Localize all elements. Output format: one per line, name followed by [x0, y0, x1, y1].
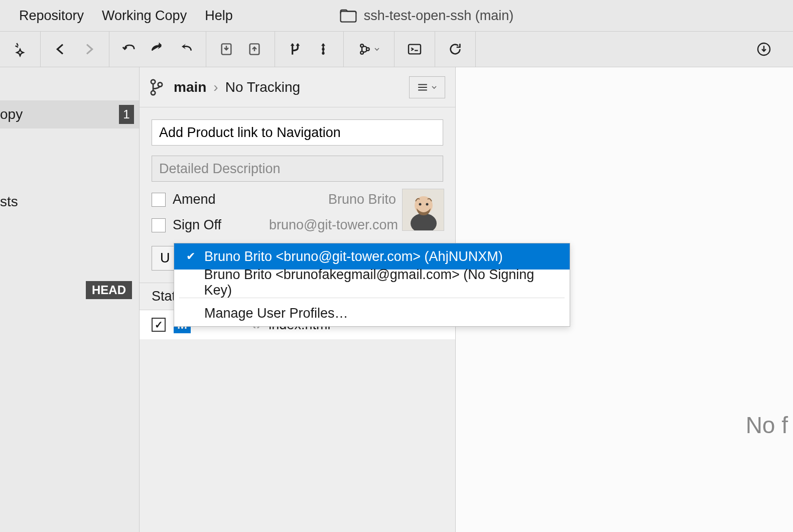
svg-point-4	[322, 52, 324, 54]
sidebar-item-working-copy[interactable]: opy 1	[0, 100, 139, 128]
stash-save-button[interactable]	[212, 35, 240, 63]
profile-option-label: Bruno Brito <brunofakegmail@gmail.com> (…	[204, 267, 558, 298]
working-copy-badge: 1	[119, 105, 134, 124]
chevron-down-icon	[431, 84, 437, 90]
svg-rect-8	[409, 45, 421, 54]
empty-diff-label: No f	[746, 412, 793, 439]
manage-profiles-label: Manage User Profiles…	[204, 306, 348, 321]
svg-point-17	[426, 203, 429, 206]
list-icon	[417, 83, 428, 92]
folder-icon	[340, 9, 357, 23]
svg-point-7	[366, 48, 369, 51]
sidebar-item-label: opy	[0, 106, 23, 122]
svg-point-6	[360, 51, 363, 54]
svg-point-11	[151, 90, 155, 94]
sidebar: opy 1 sts HEAD	[0, 67, 140, 532]
author-name: Bruno Brito	[328, 192, 396, 207]
svg-point-5	[360, 44, 363, 47]
merge-button[interactable]	[281, 35, 309, 63]
rebase-button[interactable]	[309, 35, 337, 63]
commit-subject-input[interactable]	[152, 119, 443, 146]
stash-apply-button[interactable]	[240, 35, 269, 63]
svg-rect-0	[340, 12, 356, 22]
push-button[interactable]	[172, 35, 200, 63]
refresh-button[interactable]	[441, 35, 469, 63]
profile-option-1[interactable]: ✔ Bruno Brito <bruno@git-tower.com> (Ahj…	[174, 243, 570, 270]
window-title-wrap: ssh-test-open-ssh (main)	[340, 8, 514, 24]
svg-point-16	[419, 203, 422, 206]
check-icon: ✔	[186, 250, 197, 263]
manage-profiles-option[interactable]: Manage User Profiles…	[174, 300, 570, 326]
menu-repository[interactable]: Repository	[10, 8, 93, 24]
branch-icon	[150, 78, 164, 96]
avatar[interactable]	[402, 189, 444, 231]
author-email: bruno@git-tower.com	[269, 217, 398, 233]
toolbar	[0, 31, 793, 67]
status-label: Stat	[152, 289, 176, 304]
svg-point-10	[151, 79, 155, 83]
signoff-row: Sign Off bruno@git-tower.com	[152, 217, 443, 233]
download-button[interactable]	[750, 35, 778, 63]
nav-back-button[interactable]	[47, 35, 75, 63]
sidebar-item-label: sts	[0, 194, 18, 210]
nav-forward-button[interactable]	[75, 35, 103, 63]
signoff-label: Sign Off	[173, 217, 221, 233]
menu-working-copy[interactable]: Working Copy	[93, 8, 196, 24]
commit-description-input[interactable]	[152, 156, 443, 182]
pull-button[interactable]	[144, 35, 172, 63]
menu-help[interactable]: Help	[196, 8, 242, 24]
chevron-right-icon: ›	[213, 79, 218, 95]
user-profile-dropdown: ✔ Bruno Brito <bruno@git-tower.com> (Ahj…	[174, 243, 570, 327]
svg-point-3	[322, 48, 324, 50]
gitflow-button[interactable]	[350, 35, 388, 63]
profile-option-2[interactable]: Bruno Brito <brunofakegmail@gmail.com> (…	[174, 270, 570, 296]
menubar: Repository Working Copy Help ssh-test-op…	[0, 0, 793, 31]
head-badge: HEAD	[86, 281, 132, 299]
window-title: ssh-test-open-ssh (main)	[364, 8, 514, 24]
profile-option-label: Bruno Brito <bruno@git-tower.com> (AhjNU…	[204, 249, 503, 264]
amend-row: Amend Bruno Brito	[152, 192, 443, 207]
sidebar-item-sts[interactable]: sts	[0, 188, 139, 216]
quick-actions-button[interactable]	[6, 35, 34, 63]
file-stage-checkbox[interactable]: ✓	[152, 318, 166, 332]
fetch-button[interactable]	[115, 35, 144, 63]
branch-name[interactable]: main	[174, 79, 206, 95]
amend-label: Amend	[173, 192, 216, 207]
view-mode-toggle[interactable]	[409, 76, 445, 98]
branch-tracking[interactable]: No Tracking	[225, 79, 300, 95]
terminal-button[interactable]	[401, 35, 429, 63]
amend-checkbox[interactable]	[152, 193, 166, 207]
signoff-checkbox[interactable]	[152, 218, 166, 232]
branch-bar: main › No Tracking	[140, 67, 455, 107]
sidebar-head-row: HEAD	[0, 281, 139, 299]
